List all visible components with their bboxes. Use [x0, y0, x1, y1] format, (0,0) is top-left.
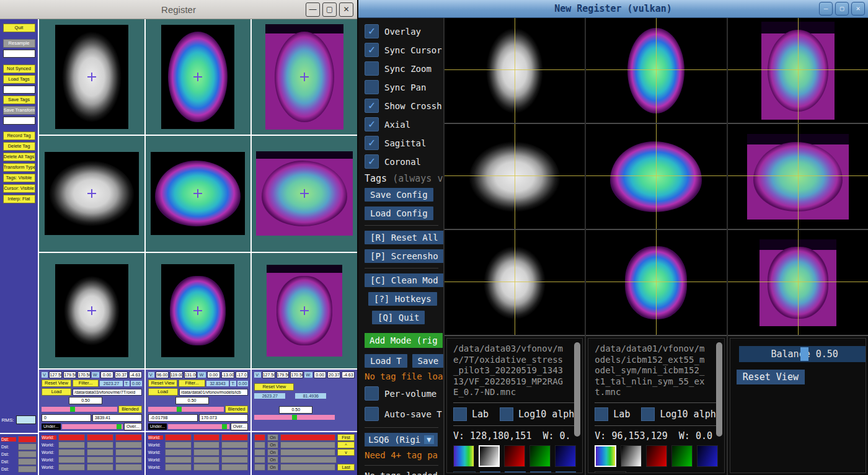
save-transform-button[interactable]: Save Transform: [3, 106, 35, 115]
voxel-y-field[interactable]: 119.00: [170, 371, 183, 378]
range-max-field[interactable]: 170.073: [199, 414, 249, 422]
colormap-blue-swatch[interactable]: [697, 445, 718, 467]
colormap-red-swatch[interactable]: [646, 445, 667, 467]
checkbox-empty[interactable]: [365, 80, 379, 94]
under-button[interactable]: Under...: [42, 424, 61, 430]
control-stub[interactable]: [505, 471, 526, 474]
check-icon[interactable]: ✓: [365, 24, 379, 38]
world-x-field[interactable]: 0.00: [207, 371, 220, 378]
sagittal-checkbox[interactable]: ✓Sagittal: [365, 136, 438, 150]
axial-view-volume2[interactable]: [146, 19, 251, 135]
axial-view-blended[interactable]: [252, 19, 357, 135]
voxel-z-field[interactable]: 170.50: [78, 371, 91, 378]
range-slider[interactable]: [62, 424, 123, 429]
load-tags-button[interactable]: Load T: [365, 354, 407, 368]
checkbox-empty[interactable]: [365, 61, 379, 76]
overlay-checkbox[interactable]: ✓Overlay: [365, 24, 438, 38]
delete-all-tags-button[interactable]: Delete All Tags: [3, 153, 35, 161]
transform-file-input[interactable]: [3, 117, 35, 125]
reset-view-button[interactable]: Reset View: [148, 380, 178, 387]
world-x-field[interactable]: 0.00: [100, 371, 113, 378]
axial-view-blended[interactable]: [728, 18, 868, 124]
tag-on-button[interactable]: On: [267, 442, 278, 448]
axial-view-volume1[interactable]: [39, 19, 144, 135]
colormap-gray-swatch[interactable]: [479, 445, 500, 467]
show-crosshair-checkbox[interactable]: ✓Show Crossh: [365, 99, 438, 113]
over-button[interactable]: Over...: [231, 423, 249, 430]
sagittal-view-volume1[interactable]: [445, 124, 585, 230]
sync-cursor-checkbox[interactable]: ✓Sync Cursor: [365, 43, 438, 57]
prev-tag-button[interactable]: ^: [337, 442, 355, 448]
voxel-z-field[interactable]: 170.50: [290, 371, 303, 378]
opacity-field[interactable]: 0.50: [175, 397, 209, 404]
balance-slider[interactable]: [254, 415, 335, 420]
check-icon[interactable]: ✓: [365, 136, 379, 150]
world-z-field[interactable]: -4.63: [129, 371, 142, 378]
next-tag-button[interactable]: v: [337, 449, 355, 456]
minimize-button[interactable]: —: [306, 2, 320, 17]
filter-button[interactable]: Filter...: [179, 380, 205, 387]
tag-on-button[interactable]: On: [267, 456, 278, 463]
add-mode-button[interactable]: Add Mode (rig: [365, 333, 443, 348]
register-titlebar[interactable]: Register — ▢ ✕: [0, 0, 357, 19]
sagittal-view-blended[interactable]: [252, 136, 357, 251]
opacity-slider[interactable]: [148, 407, 224, 412]
check-icon[interactable]: ✓: [365, 99, 379, 113]
coronal-view-volume2[interactable]: [146, 253, 251, 368]
tags-file-input[interactable]: [3, 86, 35, 94]
quit-button[interactable]: [Q] Quit: [372, 311, 425, 324]
coronal-view-blended[interactable]: [728, 230, 868, 336]
range-slider[interactable]: [168, 424, 229, 429]
minimize-button[interactable]: —: [819, 2, 833, 16]
sagittal-view-volume1[interactable]: [39, 136, 144, 251]
last-tag-button[interactable]: Last: [337, 464, 355, 471]
opacity-field[interactable]: 0.50: [69, 397, 102, 404]
interp-flat-button[interactable]: Interp: Flat: [3, 195, 35, 203]
range-swatch[interactable]: [453, 471, 476, 474]
tag-name-field[interactable]: [280, 442, 335, 448]
sync-zoom-checkbox[interactable]: Sync Zoom: [365, 61, 438, 76]
range-min-field[interactable]: -0.01798: [148, 414, 198, 422]
slider-thumb[interactable]: [222, 424, 227, 429]
load-button[interactable]: Load: [42, 388, 71, 396]
coronal-view-blended[interactable]: [252, 253, 357, 368]
tags-visible-button[interactable]: Tags: Visible: [3, 174, 35, 182]
sagittal-view-volume2[interactable]: [586, 124, 726, 230]
save-config-button[interactable]: Save Config: [365, 188, 433, 202]
tag-name-field[interactable]: [280, 464, 335, 471]
voxel-y-field[interactable]: 179.50: [63, 371, 76, 378]
tag-name-field[interactable]: [280, 449, 335, 456]
colormap-spectral-swatch[interactable]: [595, 445, 616, 467]
reset-view-button[interactable]: Reset View: [42, 380, 71, 387]
resample-input[interactable]: [3, 50, 35, 58]
reset-view-button[interactable]: Reset View: [737, 370, 805, 384]
volume-path-field[interactable]: /data/data01/vfonov/models/icb: [179, 389, 249, 396]
maximize-button[interactable]: ▢: [835, 2, 849, 16]
filter-button[interactable]: Filter...: [73, 380, 99, 387]
close-button[interactable]: ✕: [339, 2, 353, 17]
new-register-titlebar[interactable]: New Register (vulkan) — ▢ ✕: [358, 0, 868, 18]
delete-tag-button[interactable]: Delete Tag: [3, 142, 35, 151]
reset-all-button[interactable]: [R] Reset All: [365, 231, 443, 244]
voxel-x-field[interactable]: 127.50: [262, 371, 275, 378]
voxel-z-field[interactable]: 131.00: [184, 371, 197, 378]
balance-field[interactable]: 0.50: [279, 406, 312, 414]
control-stub[interactable]: [480, 471, 501, 474]
tag-on-button[interactable]: On: [267, 434, 278, 441]
colormap-gray-swatch[interactable]: [621, 445, 642, 467]
world-y-field[interactable]: 20.37: [115, 371, 128, 378]
load-config-button[interactable]: Load Config: [365, 206, 433, 220]
reset-view-button[interactable]: Reset View: [254, 383, 294, 391]
lab-checkbox[interactable]: [595, 407, 608, 421]
blended-button[interactable]: Blended: [225, 406, 249, 413]
slider-thumb[interactable]: [800, 347, 808, 361]
close-button[interactable]: ✕: [851, 2, 865, 16]
maximize-button[interactable]: ▢: [322, 2, 337, 17]
check-icon[interactable]: ✓: [365, 117, 379, 131]
per-volume-checkbox[interactable]: Per-volume: [365, 386, 438, 401]
tag-on-button[interactable]: On: [267, 449, 278, 456]
colormap-red-swatch[interactable]: [504, 445, 525, 467]
colormap-blue-swatch[interactable]: [555, 445, 576, 467]
control-stub[interactable]: [556, 471, 577, 474]
volume-path-field[interactable]: /data/data03/vfonov/me/7T/oxid: [73, 389, 142, 396]
